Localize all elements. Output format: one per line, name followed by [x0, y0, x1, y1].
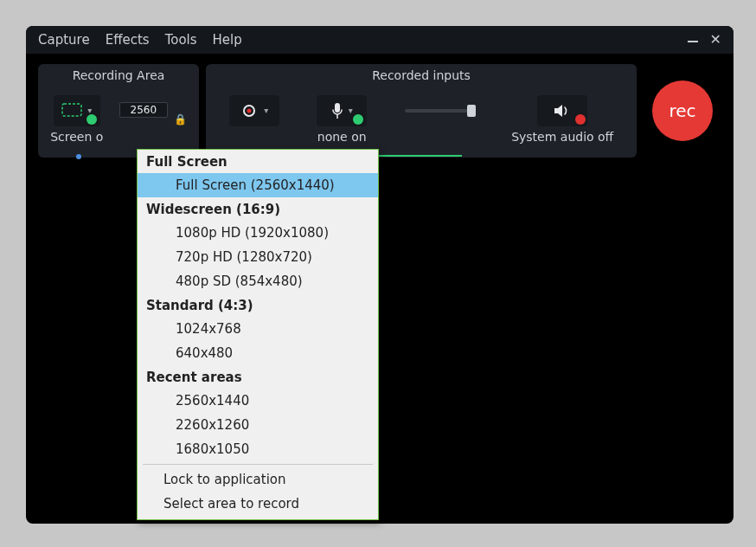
menu-capture[interactable]: Capture: [38, 32, 90, 48]
app-window: Capture Effects Tools Help ✕ Recording A…: [26, 26, 734, 524]
dropdown-group-label: Full Screen: [138, 150, 378, 173]
recorded-inputs-title: Recorded inputs: [206, 64, 637, 84]
dropdown-group-label: Widescreen (16:9): [138, 197, 378, 221]
close-icon[interactable]: ✕: [710, 33, 721, 47]
dropdown-item[interactable]: 1080p HD (1920x1080): [138, 221, 378, 245]
microphone-button[interactable]: ▾: [317, 95, 367, 126]
minimize-icon[interactable]: [688, 41, 698, 42]
menubar: Capture Effects Tools Help ✕: [26, 26, 734, 54]
mic-volume-slider[interactable]: [405, 109, 474, 113]
dropdown-group-label: Standard (4:3): [138, 293, 378, 317]
menu-tools[interactable]: Tools: [165, 32, 197, 48]
status-off-icon: [575, 114, 586, 125]
toolbar: Recording Area ▾ Screen o: [38, 64, 721, 158]
slider-label: [437, 130, 440, 144]
menu-effects[interactable]: Effects: [106, 32, 150, 48]
screen-area-icon: [61, 103, 82, 119]
speaker-icon: [553, 103, 572, 119]
microphone-icon: [331, 102, 343, 119]
dropdown-item[interactable]: 2260x1260: [138, 413, 378, 437]
dropdown-item[interactable]: 1024x768: [138, 317, 378, 341]
status-ok-icon: [86, 114, 97, 125]
dropdown-separator: [143, 464, 373, 465]
area-preset-dropdown: Full Screen Full Screen (2560x1440) Wide…: [137, 149, 379, 520]
chevron-down-icon: ▾: [349, 106, 353, 115]
record-button-label: rec: [669, 100, 695, 121]
status-ok-icon: [353, 114, 363, 125]
lock-icon[interactable]: 🔒: [174, 113, 187, 125]
width-input[interactable]: [119, 102, 168, 118]
system-audio-button[interactable]: [537, 95, 587, 126]
screen-select-button[interactable]: ▾: [54, 95, 100, 126]
dropdown-item[interactable]: 1680x1050: [138, 437, 378, 461]
dropdown-group-label: Recent areas: [138, 365, 378, 389]
dropdown-action-select-area[interactable]: Select area to record: [138, 492, 378, 516]
dimension-fields: [119, 102, 168, 136]
dropdown-item[interactable]: 720p HD (1280x720): [138, 245, 378, 269]
screen-label: Screen o: [50, 130, 103, 144]
recording-area-title: Recording Area: [38, 64, 199, 84]
svg-rect-0: [62, 104, 81, 116]
camera-icon: [240, 104, 259, 118]
camera-label: [253, 130, 256, 144]
microphone-label: none on: [317, 130, 367, 144]
camera-button[interactable]: ▾: [229, 95, 279, 126]
svg-rect-3: [335, 103, 340, 113]
menu-help[interactable]: Help: [213, 32, 242, 48]
chevron-down-icon: ▾: [264, 106, 268, 115]
slider-thumb[interactable]: [467, 105, 476, 117]
dropdown-item[interactable]: 2560x1440: [138, 389, 378, 413]
system-audio-label: System audio off: [511, 130, 613, 144]
dropdown-item[interactable]: 480p SD (854x480): [138, 269, 378, 293]
recording-area-panel: Recording Area ▾ Screen o: [38, 64, 199, 158]
window-controls: ✕: [688, 33, 721, 47]
svg-point-2: [247, 108, 252, 113]
dropdown-item[interactable]: Full Screen (2560x1440): [138, 173, 378, 197]
dropdown-action-lock[interactable]: Lock to application: [138, 467, 378, 492]
recorded-inputs-panel: Recorded inputs ▾: [206, 64, 637, 158]
record-button[interactable]: rec: [652, 80, 713, 141]
dropdown-item[interactable]: 640x480: [138, 341, 378, 365]
